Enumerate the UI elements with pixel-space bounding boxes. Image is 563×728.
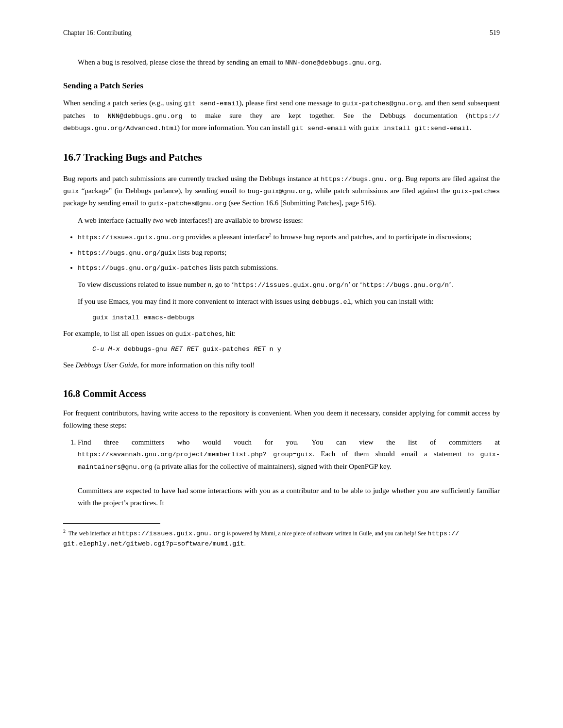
list-item-issues: https://issues.guix.gnu.org provides a p… [78,231,500,243]
guix-patches-email: guix-patches@gnu.org [342,100,421,107]
bug-guix-email: bug-guix@gnu.org [248,188,311,195]
section-heading-sending-patch-series: Sending a Patch Series [63,79,500,92]
n-italic: n [208,281,212,288]
list-item-committers: Find three committers who would vouch fo… [78,436,500,509]
section-16-7-paragraph1: Bug reports and patch submissions are cu… [63,173,500,210]
bugs-guix-url: https://bugs.gnu.org/guix [78,249,176,257]
debbugs-guide-italic: Debbugs User Guide [75,361,137,369]
emacs-command-code: C-u M-x debbugs-gnu RET RET guix-patches… [92,346,281,353]
intro-paragraph: When a bug is resolved, please close the… [63,56,500,68]
section-16-8-heading: 16.8 Commit Access [63,386,500,401]
section-16-7-paragraph6: See Debbugs User Guide, for more informa… [63,359,500,371]
intro-text: When a bug is resolved, please close the… [78,58,381,66]
sending-patch-paragraph: When sending a patch series (e.g., using… [63,97,500,134]
page-header: Chapter 16: Contributing 519 [63,29,500,37]
install-emacs-debbugs-code: guix install emacs-debbugs [92,314,195,321]
footnote-number: 2 [63,529,66,534]
footnote-divider [63,523,160,524]
section-16-7-paragraph2: A web interface (actually two web interf… [63,215,500,227]
section-16-7-paragraph4: If you use Emacs, you may find it more c… [63,296,500,308]
guix-patches-email2: guix-patches@gnu.org [148,200,227,207]
footnote-url2: org [214,530,225,537]
issues-n-url: https://issues.guix.gnu.org/n [234,281,348,289]
section-16-7-paragraph5: For example, to list all open issues on … [63,328,500,340]
guix-patches-code: guix-patches [175,331,222,338]
debbugs-el-code: debbugs.el [312,298,351,306]
git-send-email-code: git send-email [184,100,239,107]
header-chapter: Chapter 16: Contributing [63,29,132,37]
header-page-number: 519 [490,29,500,37]
guix-patches-package: guix-patches [453,188,500,195]
web-interfaces-list: https://issues.guix.gnu.org provides a p… [78,231,500,274]
footnote-ref-2: 2 [269,232,272,237]
section-16-7-paragraph3: To view discussions related to issue num… [63,279,500,291]
main-content: When a bug is resolved, please close the… [63,56,500,549]
bugs-gnu-org: org [390,176,401,183]
bugs-n-url: https://bugs.gnu.org/n [362,281,449,289]
commit-access-list: Find three committers who would vouch fo… [78,436,500,509]
footnote-url1: https://issues.guix.gnu. [118,530,212,537]
guix-install-git: guix install git:send-email [363,125,470,132]
footnote-url3: https:// [427,530,459,537]
savannah-url: https://savannah.gnu.org/project/memberl… [78,451,267,458]
footnote-url4: git.elephly.net/gitweb.cgi?p=software/mu… [63,540,244,547]
list-item-bugs: https://bugs.gnu.org/guix lists bug repo… [78,247,500,259]
install-emacs-debbugs-block: guix install emacs-debbugs [92,313,500,323]
issues-guix-url: https://issues.guix.gnu.org [78,234,184,241]
group-guix-code: group=guix [273,451,312,458]
page: Chapter 16: Contributing 519 When a bug … [0,0,563,728]
two-italic: two [153,216,164,224]
bugs-gnu-url: https://bugs.gnu. [321,176,388,183]
intro-email: NNN-done@debbugs.gnu.org [285,59,379,66]
nnn-debbugs-email: NNN@debbugs.gnu.org [108,113,183,120]
emacs-command-block: C-u M-x debbugs-gnu RET RET guix-patches… [92,345,500,354]
guix-package-code: guix [63,188,79,195]
footnote-2: 2 The web interface at https://issues.gu… [63,528,500,549]
section-16-7-heading: 16.7 Tracking Bugs and Patches [63,149,500,166]
section-16-8-paragraph1: For frequent contributors, having write … [63,407,500,431]
bugs-guix-patches-url: https://bugs.gnu.org/guix-patches [78,265,207,272]
list-item-patches: https://bugs.gnu.org/guix-patches lists … [78,262,500,274]
git-send-email-code2: git send-email [291,125,346,132]
